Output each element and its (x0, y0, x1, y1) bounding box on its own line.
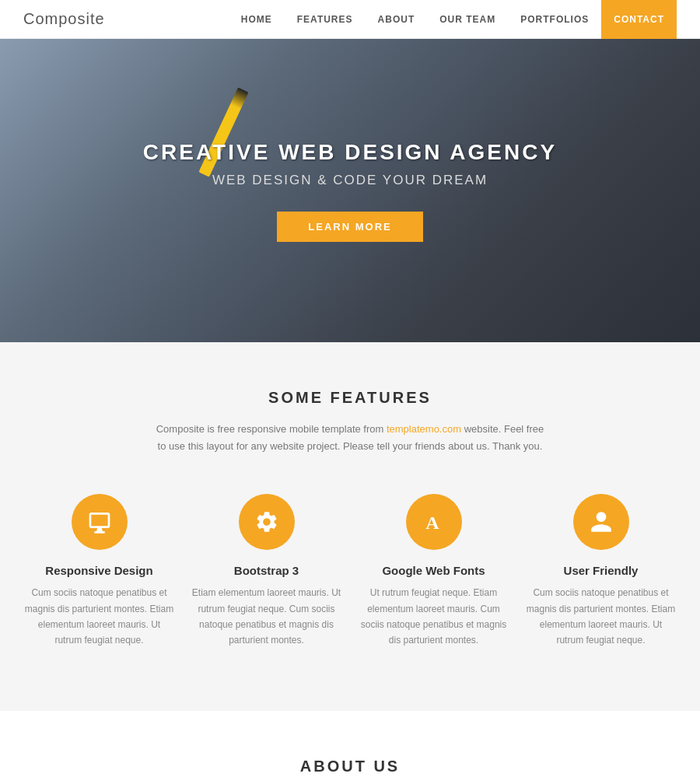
about-title: ABOUT US (47, 758, 653, 775)
feature-title-0: Responsive Design (23, 564, 175, 577)
feature-desc-0: Cum sociis natoque penatibus et magnis d… (23, 585, 175, 649)
feature-user: User Friendly Cum sociis natoque penatib… (525, 494, 677, 649)
nav-team[interactable]: OUR TEAM (427, 0, 508, 39)
font-icon: A (422, 509, 446, 534)
monitor-icon (87, 509, 112, 534)
feature-icon-responsive (72, 494, 128, 550)
features-section: SOME FEATURES Composite is free responsi… (0, 342, 700, 711)
feature-title-1: Bootstrap 3 (191, 564, 342, 577)
feature-desc-2: Ut rutrum feugiat neque. Etiam elementum… (358, 585, 509, 649)
feature-responsive: Responsive Design Cum sociis natoque pen… (23, 494, 175, 649)
feature-bootstrap: Bootstrap 3 Etiam elementum laoreet maur… (191, 494, 342, 649)
nav-portfolios[interactable]: PORTFOLIOS (508, 0, 601, 39)
feature-icon-bootstrap (239, 494, 295, 550)
nav-features[interactable]: FEATURES (285, 0, 366, 39)
features-subtitle: Composite is free responsive mobile temp… (156, 421, 544, 455)
gear-icon (254, 509, 279, 534)
nav-about[interactable]: ABOUT (366, 0, 428, 39)
hero-section: CREATIVE WEB DESIGN AGENCY WEB DESIGN & … (0, 39, 700, 342)
feature-icon-user (573, 494, 629, 550)
hero-title: CREATIVE WEB DESIGN AGENCY (143, 140, 557, 165)
user-icon (589, 509, 614, 534)
hero-subtitle: WEB DESIGN & CODE YOUR DREAM (143, 173, 557, 188)
learn-more-button[interactable]: LEARN MORE (277, 212, 422, 242)
about-header: ABOUT US Etiam elementum laoreet mauris.… (47, 758, 653, 777)
feature-title-2: Google Web Fonts (358, 564, 509, 577)
nav-contact[interactable]: CONTACT (601, 0, 677, 39)
svg-text:A: A (425, 513, 439, 534)
feature-desc-3: Cum sociis natoque penatibus et magnis d… (525, 585, 677, 649)
feature-icon-fonts: A (406, 494, 462, 550)
feature-desc-1: Etiam elementum laoreet mauris. Ut rutru… (191, 585, 342, 649)
hero-content: CREATIVE WEB DESIGN AGENCY WEB DESIGN & … (143, 140, 557, 242)
brand: Composite (23, 10, 105, 28)
navbar: Composite HOME FEATURES ABOUT OUR TEAM P… (0, 0, 700, 39)
features-title: SOME FEATURES (23, 389, 677, 407)
about-section: ABOUT US Etiam elementum laoreet mauris.… (0, 711, 700, 777)
templatemo-link[interactable]: templatemo.com (387, 423, 461, 435)
features-grid: Responsive Design Cum sociis natoque pen… (23, 494, 677, 649)
feature-title-3: User Friendly (525, 564, 677, 577)
feature-fonts: A Google Web Fonts Ut rutrum feugiat neq… (358, 494, 509, 649)
nav-links: HOME FEATURES ABOUT OUR TEAM PORTFOLIOS … (229, 0, 677, 39)
nav-home[interactable]: HOME (229, 0, 285, 39)
